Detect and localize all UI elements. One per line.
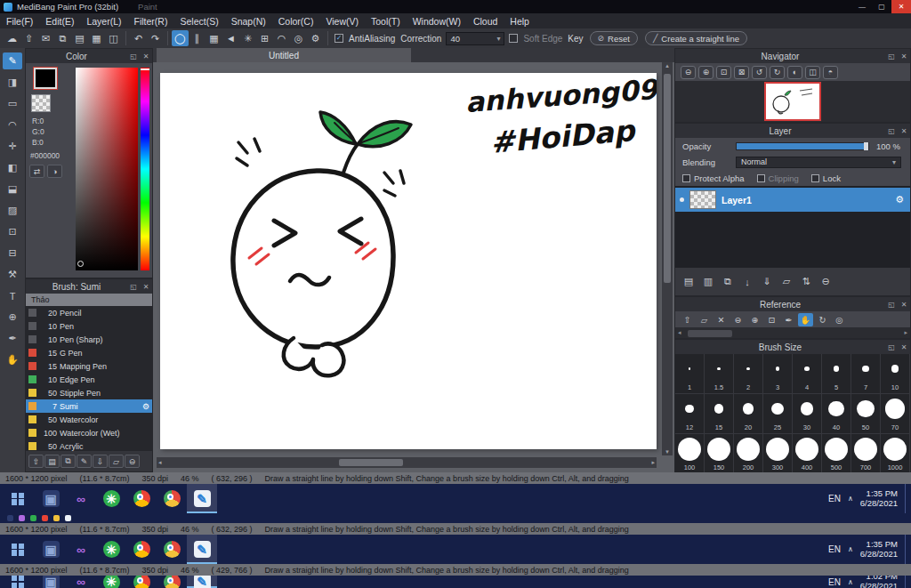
ref-open-icon[interactable]: ⇧ bbox=[680, 313, 695, 326]
taskbar-clock[interactable]: 1:02 PM 6/28/2021 bbox=[860, 576, 898, 588]
merge-layer-icon[interactable]: ⇓ bbox=[758, 274, 776, 290]
brush-size-option[interactable]: 4 bbox=[793, 354, 822, 394]
snap-tool[interactable]: ⊕ bbox=[3, 309, 22, 326]
mail-app-icon[interactable]: ▣ bbox=[36, 535, 66, 564]
start-button[interactable] bbox=[0, 535, 36, 564]
ref-zoom-in-icon[interactable]: ⊕ bbox=[747, 313, 762, 326]
reference-scrollbar[interactable]: ◂ ▸ bbox=[675, 327, 910, 338]
green-app-icon[interactable]: ✳ bbox=[96, 576, 126, 588]
brush-folder-icon[interactable]: ▱ bbox=[109, 455, 124, 468]
brush-item[interactable]: 50 Stipple Pen ⚙ bbox=[26, 386, 152, 399]
brush-item[interactable]: 20 Pencil ⚙ bbox=[26, 306, 152, 319]
color-wheel-icon[interactable]: ◑ bbox=[47, 165, 62, 178]
brush-size-option[interactable]: 40 bbox=[822, 394, 851, 434]
menu-item[interactable]: File(F) bbox=[0, 16, 39, 27]
popout-icon[interactable]: ◱ bbox=[885, 343, 898, 351]
transfer-layer-icon[interactable]: ↓ bbox=[738, 274, 756, 290]
background-color-swatch[interactable] bbox=[31, 94, 51, 112]
drawing-canvas[interactable]: anhvuong098 #HoiDap bbox=[160, 73, 657, 449]
brush-size-option[interactable]: 1000 bbox=[881, 434, 910, 474]
select-erase-tool[interactable]: ⊟ bbox=[3, 245, 22, 262]
fill-tool[interactable]: ◧ bbox=[3, 159, 22, 176]
actual-size-icon[interactable]: ⊠ bbox=[734, 66, 749, 79]
vertical-scrollbar[interactable]: ▴ ▾ bbox=[662, 62, 673, 455]
ref-rotate-icon[interactable]: ↻ bbox=[815, 313, 830, 326]
scroll-left-icon[interactable]: ◂ bbox=[678, 329, 681, 336]
brush-size-option[interactable]: 7 bbox=[851, 354, 881, 394]
scroll-right-icon[interactable]: ▸ bbox=[904, 329, 907, 336]
brush-item[interactable]: 50 Watercolor ⚙ bbox=[26, 413, 152, 426]
brush-size-option[interactable]: 50 bbox=[851, 394, 881, 434]
brush-size-option[interactable]: 2 bbox=[734, 354, 763, 394]
show-desktop-button[interactable] bbox=[905, 484, 908, 513]
bucket-tool[interactable]: ⬓ bbox=[3, 181, 22, 197]
brush-new-icon[interactable]: ▤ bbox=[44, 455, 60, 468]
language-indicator[interactable]: EN bbox=[828, 544, 841, 554]
canvas-tab[interactable]: Untitled bbox=[157, 48, 411, 62]
maximize-button[interactable]: ▢ bbox=[872, 0, 891, 13]
menu-item[interactable]: Edit(E) bbox=[39, 16, 80, 27]
popout-icon[interactable]: ◱ bbox=[885, 301, 898, 309]
cloud-icon[interactable]: ☁ bbox=[4, 30, 20, 46]
scroll-down-icon[interactable]: ▾ bbox=[665, 448, 669, 455]
antialiasing-checkbox[interactable]: ✓ bbox=[335, 34, 343, 43]
snap-off-icon[interactable]: ◯ bbox=[172, 30, 189, 46]
close-icon[interactable]: ✕ bbox=[898, 52, 910, 60]
menu-item[interactable]: Help bbox=[504, 16, 536, 27]
reorder-layer-icon[interactable]: ⇅ bbox=[797, 274, 815, 290]
minimize-button[interactable]: — bbox=[852, 0, 872, 13]
eraser-tool[interactable]: ◨ bbox=[3, 74, 22, 91]
checkbox-icon[interactable] bbox=[757, 174, 765, 182]
menu-item[interactable]: Layer(L) bbox=[80, 16, 127, 27]
menu-item[interactable]: Cloud bbox=[467, 16, 504, 27]
layer-option[interactable]: Clipping bbox=[757, 173, 799, 183]
zoom-in-icon[interactable]: ⊕ bbox=[698, 66, 713, 79]
layer-visibility-icon[interactable] bbox=[680, 197, 684, 202]
close-button[interactable]: ✕ bbox=[891, 0, 911, 13]
checkbox-icon[interactable] bbox=[682, 174, 690, 182]
redo-icon[interactable]: ↷ bbox=[147, 30, 164, 46]
checkbox-icon[interactable] bbox=[811, 174, 819, 182]
zoom-out-icon[interactable]: ⊖ bbox=[681, 66, 696, 79]
select-pen-tool[interactable]: ⊡ bbox=[3, 223, 22, 240]
text-tool[interactable]: T bbox=[3, 287, 22, 304]
language-indicator[interactable]: EN bbox=[828, 494, 841, 503]
ref-zoom-out-icon[interactable]: ⊖ bbox=[730, 313, 746, 326]
delete-layer-icon[interactable]: ⊖ bbox=[817, 274, 834, 290]
ref-close-icon[interactable]: ✕ bbox=[713, 313, 729, 326]
scroll-right-icon[interactable]: ▸ bbox=[651, 459, 655, 466]
rotate-right-icon[interactable]: ↻ bbox=[770, 66, 785, 79]
popout-icon[interactable]: ◱ bbox=[127, 283, 140, 291]
menu-item[interactable]: View(V) bbox=[319, 16, 365, 27]
popout-icon[interactable]: ◱ bbox=[885, 52, 898, 60]
export-icon[interactable]: ⇧ bbox=[20, 30, 37, 46]
gear-icon[interactable]: ⚙ bbox=[895, 194, 904, 205]
fit-window-icon[interactable]: ⊡ bbox=[716, 66, 731, 79]
chrome-beta-icon[interactable] bbox=[157, 535, 187, 564]
saturation-value-picker[interactable] bbox=[76, 68, 138, 270]
snap-settings-icon[interactable]: ⚙ bbox=[307, 30, 324, 46]
brush-item[interactable]: 15 G Pen ⚙ bbox=[26, 346, 152, 359]
show-desktop-button[interactable] bbox=[905, 576, 908, 588]
brush-edit-icon[interactable]: ✎ bbox=[77, 455, 92, 468]
visual-studio-icon[interactable]: ∞ bbox=[66, 576, 96, 588]
ref-fit-icon[interactable]: ⊡ bbox=[764, 313, 779, 326]
eyedropper-tool[interactable]: ✒ bbox=[3, 330, 22, 347]
brush-size-option[interactable]: 100 bbox=[675, 434, 705, 474]
reset-button[interactable]: ⊘ Reset bbox=[590, 31, 638, 45]
material-icon[interactable]: ◫ bbox=[105, 30, 122, 46]
brush-size-option[interactable]: 5 bbox=[822, 354, 851, 394]
green-app-icon[interactable]: ✳ bbox=[96, 484, 126, 513]
taskbar-clock[interactable]: 1:35 PM 6/28/2021 bbox=[860, 540, 898, 560]
brush-size-option[interactable]: 70 bbox=[881, 394, 910, 434]
chrome-icon[interactable] bbox=[126, 484, 157, 513]
brush-up-icon[interactable]: ⇧ bbox=[28, 455, 44, 468]
popout-icon[interactable]: ◱ bbox=[127, 52, 140, 60]
navigator-thumbnail[interactable] bbox=[764, 82, 821, 121]
copy-pages-icon[interactable]: ⧉ bbox=[54, 30, 71, 46]
ref-target-icon[interactable]: ◎ bbox=[832, 313, 847, 326]
brush-size-option[interactable]: 200 bbox=[734, 434, 763, 474]
close-icon[interactable]: ✕ bbox=[898, 127, 910, 135]
layer-folder-icon[interactable]: ▱ bbox=[778, 274, 795, 290]
brush-duplicate-icon[interactable]: ⧉ bbox=[60, 455, 76, 468]
